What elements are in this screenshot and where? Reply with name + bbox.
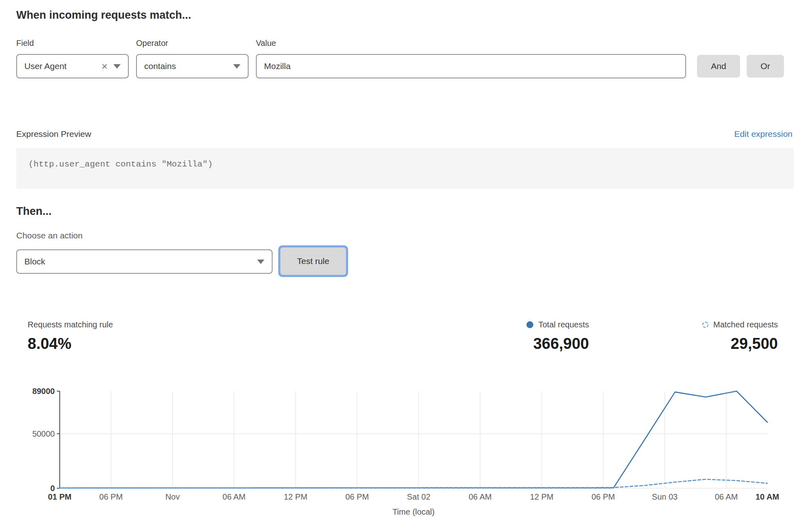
- chevron-down-icon: [257, 260, 264, 264]
- edit-expression-link[interactable]: Edit expression: [734, 129, 793, 139]
- or-button[interactable]: Or: [747, 55, 784, 78]
- value-input[interactable]: [256, 54, 686, 78]
- x-tick-label: 06 AM: [715, 492, 738, 501]
- field-select[interactable]: User Agent ×: [16, 54, 129, 78]
- and-button[interactable]: And: [697, 55, 740, 78]
- action-select[interactable]: Block: [16, 249, 273, 274]
- x-tick-label: Sun 03: [652, 492, 678, 501]
- y-tick-label: 50000: [32, 429, 55, 438]
- expression-code: (http.user_agent contains "Mozilla"): [16, 148, 794, 189]
- value-label: Value: [256, 39, 276, 48]
- matched-requests-legend-icon: [702, 322, 708, 328]
- y-tick-label: 0: [50, 484, 55, 493]
- total-requests-line: [60, 391, 767, 488]
- operator-label: Operator: [136, 39, 168, 48]
- test-rule-button[interactable]: Test rule: [280, 247, 346, 275]
- chevron-down-icon: [113, 64, 121, 69]
- matched-requests-line: [60, 479, 767, 488]
- x-tick-label: 06 PM: [591, 492, 615, 501]
- x-tick-label: 06 PM: [345, 492, 369, 501]
- x-tick-label: 01 PM: [48, 492, 71, 501]
- x-tick-label: 06 AM: [223, 492, 246, 501]
- then-heading: Then...: [16, 205, 52, 218]
- requests-matching-value: 8.04%: [28, 335, 113, 353]
- requests-chart: 8900050000001 PM06 PMNov06 AM12 PM06 PMS…: [0, 380, 812, 526]
- matched-requests-stat: Matched requests 29,500: [702, 320, 778, 353]
- total-requests-stat: Total requests 366,900: [526, 320, 589, 353]
- operator-select[interactable]: contains: [136, 54, 249, 78]
- clear-field-icon[interactable]: ×: [102, 61, 108, 71]
- chevron-down-icon: [233, 64, 240, 69]
- x-tick-label: Nov: [165, 492, 180, 501]
- x-tick-label: 10 AM: [756, 492, 779, 501]
- expression-preview-label: Expression Preview: [16, 129, 91, 139]
- requests-chart-svg: 8900050000001 PM06 PMNov06 AM12 PM06 PMS…: [0, 380, 812, 526]
- total-requests-value: 366,900: [526, 335, 589, 353]
- field-label: Field: [16, 39, 34, 48]
- x-tick-label: 12 PM: [284, 492, 307, 501]
- x-tick-label: 12 PM: [530, 492, 554, 501]
- y-tick-label: 89000: [32, 387, 55, 396]
- field-select-value: User Agent: [24, 61, 96, 71]
- test-rule-focus-ring: Test rule: [278, 245, 348, 277]
- page-title: When incoming requests match...: [16, 9, 191, 22]
- x-tick-label: Sat 02: [407, 492, 431, 501]
- choose-action-label: Choose an action: [16, 231, 82, 240]
- requests-matching-label: Requests matching rule: [28, 320, 113, 329]
- x-tick-label: 06 AM: [469, 492, 492, 501]
- x-axis-title: Time (local): [392, 507, 435, 516]
- requests-matching-stat: Requests matching rule 8.04%: [28, 320, 113, 353]
- total-requests-legend-icon: [526, 321, 533, 328]
- matched-requests-label: Matched requests: [713, 320, 778, 329]
- operator-select-value: contains: [144, 61, 227, 71]
- action-select-value: Block: [24, 257, 251, 266]
- x-tick-label: 06 PM: [99, 492, 123, 501]
- total-requests-label: Total requests: [538, 320, 589, 329]
- matched-requests-value: 29,500: [702, 335, 778, 353]
